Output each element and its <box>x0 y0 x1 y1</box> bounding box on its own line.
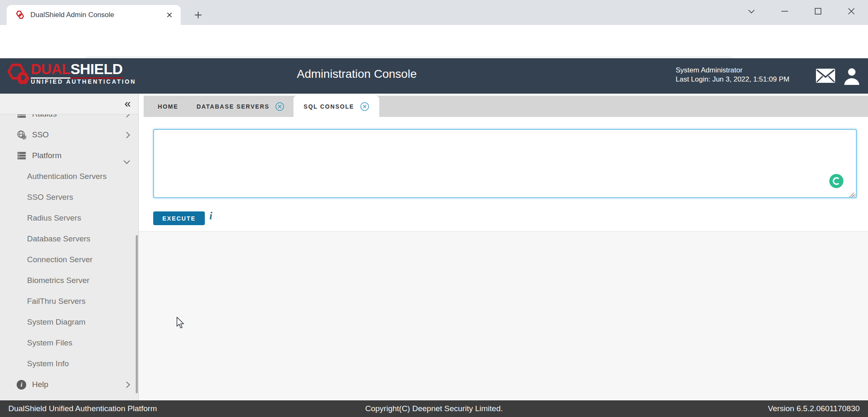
sidebar-item-connection-server[interactable]: Connection Server <box>0 249 138 270</box>
footer-copyright: Copyright(C) Deepnet Security Limited. <box>292 404 576 413</box>
minimize-button[interactable] <box>768 0 801 22</box>
mouse-cursor <box>176 317 185 329</box>
execute-button[interactable]: EXECUTE <box>153 211 205 225</box>
user-name: System Administrator <box>676 66 789 75</box>
sql-console-panel: EXECUTE i <box>139 117 868 232</box>
sidebar-item-label: Platform <box>32 151 62 160</box>
sidebar-item-label: System Files <box>27 338 72 348</box>
browser-tab[interactable]: DualShield Admin Console <box>7 5 181 25</box>
mail-icon[interactable] <box>815 67 836 84</box>
sidebar-item-sso[interactable]: SSO <box>0 124 138 145</box>
logo-shield-text: SHIELD <box>70 61 122 79</box>
user-icon[interactable] <box>843 67 861 85</box>
sidebar-item-radius[interactable]: Radius <box>0 114 138 124</box>
sql-input[interactable] <box>153 129 857 198</box>
sidebar-item-biometrics-server[interactable]: Biometrics Server <box>0 270 138 291</box>
content-tabstrip: HOME DATABASE SERVERS SQL CONSOLE <box>144 96 868 117</box>
tab-home[interactable]: HOME <box>149 96 187 117</box>
sidebar-scrollbar[interactable] <box>136 235 138 393</box>
last-login: Last Login: Jun 3, 2022, 1:51:09 PM <box>676 75 789 84</box>
sidebar-header: « <box>0 94 138 114</box>
app-header: DUALSHIELD UNIFIED AUTHENTICATION Admini… <box>0 58 868 94</box>
browser-titlebar: DualShield Admin Console <box>0 0 868 25</box>
sidebar-item-label: Radius <box>32 114 57 119</box>
footer-left-text: DualShield Unified Authentication Platfo… <box>8 404 292 413</box>
tab-database-servers[interactable]: DATABASE SERVERS <box>187 96 293 117</box>
sidebar-item-label: Database Servers <box>27 234 90 243</box>
tab-close-icon[interactable] <box>360 102 369 111</box>
sidebar-item-system-files[interactable]: System Files <box>0 333 138 353</box>
favicon-dualshield-icon <box>15 10 25 20</box>
info-circle-icon: i <box>17 380 27 390</box>
browser-window: DualShield Admin Console <box>0 0 868 417</box>
tab-label: DATABASE SERVERS <box>196 103 269 110</box>
sidebar-item-help[interactable]: i Help <box>0 374 138 395</box>
tab-search-chevron-icon[interactable] <box>735 0 768 22</box>
chevron-right-icon <box>124 114 130 117</box>
sidebar-item-radius-servers[interactable]: Radius Servers <box>0 208 138 228</box>
dualshield-logo: DUALSHIELD UNIFIED AUTHENTICATION <box>6 62 136 89</box>
sidebar-item-label: Connection Server <box>27 255 92 264</box>
sidebar: « Radius <box>0 94 139 400</box>
sidebar-item-authentication-servers[interactable]: Authentication Servers <box>0 166 138 187</box>
sidebar-item-label: System Info <box>27 359 69 368</box>
globe-gear-icon <box>17 130 27 140</box>
sidebar-item-database-servers[interactable]: Database Servers <box>0 228 138 249</box>
footer-version: Version 6.5.2.0601170830 <box>576 404 860 413</box>
sidebar-item-label: Radius Servers <box>27 213 81 223</box>
sidebar-item-label: Biometrics Server <box>27 276 90 285</box>
logo-dual-text: DUAL <box>31 61 70 79</box>
main-content: HOME DATABASE SERVERS SQL CONSOLE <box>139 94 868 400</box>
tab-sql-console[interactable]: SQL CONSOLE <box>293 96 379 117</box>
sidebar-item-sso-servers[interactable]: SSO Servers <box>0 187 138 208</box>
page-title: Administration Console <box>297 67 417 81</box>
browser-tab-title: DualShield Admin Console <box>30 11 164 19</box>
close-window-button[interactable] <box>835 0 868 22</box>
sidebar-item-label: FailThru Servers <box>27 297 85 306</box>
browser-toolbar: dualshield.deepnetid.com:8073/dac#/platf… <box>0 25 868 58</box>
maximize-button[interactable] <box>801 0 835 22</box>
sidebar-item-system-diagram[interactable]: System Diagram <box>0 312 138 333</box>
logo-subtitle: UNIFIED AUTHENTICATION <box>31 78 136 85</box>
server-stack-icon <box>17 151 27 161</box>
chevron-down-icon <box>124 158 130 164</box>
sidebar-menu: Radius SSO <box>0 114 138 400</box>
execute-info-icon[interactable]: i <box>209 210 212 222</box>
sidebar-item-platform[interactable]: Platform <box>0 145 138 166</box>
sidebar-item-label: Authentication Servers <box>27 172 107 181</box>
sidebar-item-label: SSO <box>32 130 49 139</box>
new-tab-button[interactable] <box>189 6 207 24</box>
sidebar-item-failthru-servers[interactable]: FailThru Servers <box>0 291 138 312</box>
window-controls <box>735 0 868 22</box>
chevron-right-icon <box>124 381 130 388</box>
sidebar-item-label: Help <box>32 380 48 389</box>
app-footer: DualShield Unified Authentication Platfo… <box>0 400 868 417</box>
chevron-right-icon <box>124 132 130 138</box>
sidebar-item-label: SSO Servers <box>27 193 73 202</box>
tab-close-icon[interactable] <box>164 10 175 20</box>
server-stack-icon <box>17 114 27 119</box>
sidebar-item-system-info[interactable]: System Info <box>0 353 138 374</box>
tab-close-icon[interactable] <box>275 102 284 111</box>
sidebar-item-label: System Diagram <box>27 318 85 327</box>
user-info: System Administrator Last Login: Jun 3, … <box>676 66 789 84</box>
content-background <box>139 232 868 400</box>
collapse-sidebar-icon[interactable]: « <box>124 98 131 109</box>
tab-label: HOME <box>158 103 178 110</box>
tab-label: SQL CONSOLE <box>303 103 354 110</box>
